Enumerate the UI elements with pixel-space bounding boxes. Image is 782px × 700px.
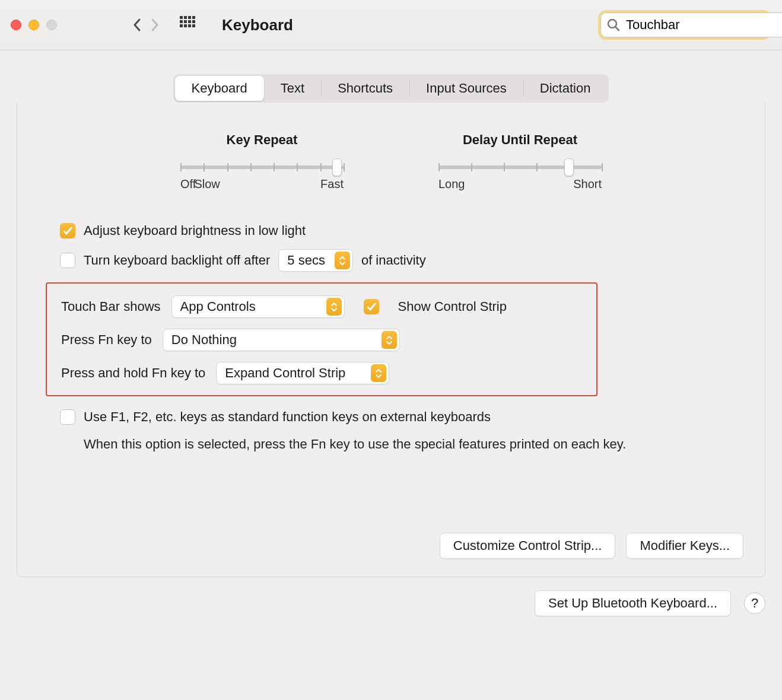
key-repeat-title: Key Repeat [180, 132, 344, 148]
tab-dictation[interactable]: Dictation [523, 76, 608, 101]
delay-slider[interactable] [438, 166, 602, 169]
slider-thumb[interactable] [332, 158, 342, 176]
svg-rect-2 [188, 16, 191, 19]
updown-icon [382, 331, 397, 349]
window-controls [11, 20, 57, 30]
updown-icon [326, 298, 342, 316]
close-window-button[interactable] [11, 20, 21, 30]
key-repeat-group: Key Repeat Off SlowFast [180, 132, 344, 191]
show-control-strip-checkbox[interactable] [364, 299, 379, 314]
key-repeat-slider[interactable] [180, 166, 344, 169]
search-highlight [598, 10, 771, 40]
chevron-right-icon [150, 18, 160, 32]
svg-rect-4 [180, 20, 183, 23]
svg-line-13 [615, 27, 619, 30]
search-icon [607, 18, 620, 31]
setup-bluetooth-keyboard-button[interactable]: Set Up Bluetooth Keyboard... [535, 590, 731, 616]
back-button[interactable] [128, 14, 146, 36]
adjust-brightness-checkbox[interactable] [60, 223, 75, 238]
hold-fn-select[interactable]: Expand Control Strip [216, 362, 389, 384]
backlight-off-select[interactable]: 5 secs [278, 249, 353, 272]
tab-text[interactable]: Text [264, 76, 321, 101]
fn-keys-hint: When this option is selected, press the … [84, 435, 630, 453]
adjust-brightness-label: Adjust keyboard brightness in low light [84, 223, 306, 238]
chevron-left-icon [132, 18, 142, 32]
svg-rect-6 [188, 20, 191, 23]
svg-rect-11 [192, 24, 195, 27]
settings-panel: Key Repeat Off SlowFast Delay Until Repe… [17, 103, 765, 577]
backlight-off-suffix: of inactivity [361, 253, 426, 268]
fn-keys-checkbox[interactable] [60, 409, 75, 425]
forward-button [146, 14, 164, 36]
check-icon [62, 225, 73, 236]
touch-bar-shows-select[interactable]: App Controls [171, 295, 345, 318]
touchbar-highlight: Touch Bar shows App Controls Show Contro… [46, 282, 597, 396]
svg-rect-10 [188, 24, 191, 27]
show-all-button[interactable] [179, 15, 196, 34]
backlight-off-label: Turn keyboard backlight off after [84, 253, 270, 268]
customize-control-strip-button[interactable]: Customize Control Strip... [440, 533, 616, 559]
svg-rect-5 [184, 20, 187, 23]
svg-rect-0 [180, 16, 183, 19]
svg-rect-1 [184, 16, 187, 19]
updown-icon [371, 364, 386, 382]
svg-rect-8 [180, 24, 183, 27]
zoom-window-button [46, 20, 57, 30]
svg-rect-3 [192, 16, 195, 19]
tab-bar: Keyboard Text Shortcuts Input Sources Di… [173, 74, 609, 103]
delay-until-repeat-group: Delay Until Repeat LongShort [438, 132, 602, 191]
help-button[interactable]: ? [744, 593, 765, 614]
touch-bar-shows-label: Touch Bar shows [61, 299, 161, 314]
toolbar: Keyboard [0, 0, 782, 50]
fn-keys-label: Use F1, F2, etc. keys as standard functi… [84, 409, 491, 425]
svg-rect-9 [184, 24, 187, 27]
search-field[interactable] [600, 12, 782, 37]
press-fn-select[interactable]: Do Nothing [163, 329, 400, 351]
slider-thumb[interactable] [564, 158, 574, 176]
svg-rect-7 [192, 20, 195, 23]
press-fn-label: Press Fn key to [61, 332, 152, 348]
tab-keyboard[interactable]: Keyboard [175, 76, 264, 101]
minimize-window-button[interactable] [28, 20, 39, 30]
hold-fn-label: Press and hold Fn key to [61, 365, 205, 381]
updown-icon [335, 252, 350, 269]
backlight-off-checkbox[interactable] [60, 253, 75, 268]
tab-shortcuts[interactable]: Shortcuts [321, 76, 409, 101]
modifier-keys-button[interactable]: Modifier Keys... [626, 533, 743, 559]
show-control-strip-label: Show Control Strip [398, 299, 507, 314]
page-title: Keyboard [211, 16, 598, 34]
search-input[interactable] [626, 17, 782, 33]
delay-title: Delay Until Repeat [438, 132, 602, 148]
check-icon [366, 301, 377, 312]
tab-input-sources[interactable]: Input Sources [409, 76, 523, 101]
grid-icon [179, 15, 196, 32]
